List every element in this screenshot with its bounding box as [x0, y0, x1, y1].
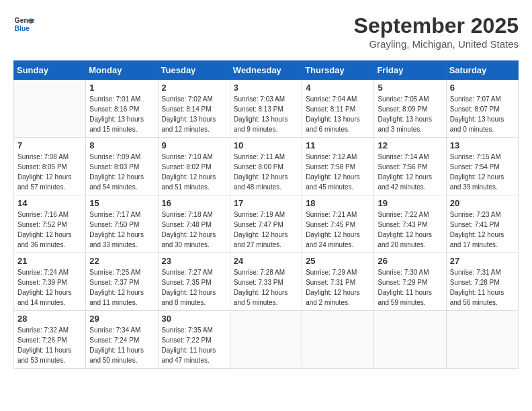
day-number: 9 — [162, 140, 226, 150]
calendar-cell — [230, 311, 302, 369]
day-info: Sunrise: 7:29 AMSunset: 7:31 PMDaylight:… — [306, 267, 370, 308]
day-info: Sunrise: 7:04 AMSunset: 8:11 PMDaylight:… — [306, 94, 370, 134]
calendar-cell: 29Sunrise: 7:34 AMSunset: 7:24 PMDayligh… — [86, 311, 158, 369]
day-number: 15 — [89, 198, 154, 208]
calendar-cell: 4Sunrise: 7:04 AMSunset: 8:11 PMDaylight… — [302, 80, 374, 138]
calendar-cell — [14, 80, 86, 138]
calendar-cell: 20Sunrise: 7:23 AMSunset: 7:41 PMDayligh… — [446, 195, 518, 253]
day-number: 7 — [17, 140, 82, 150]
day-info: Sunrise: 7:17 AMSunset: 7:50 PMDaylight:… — [89, 210, 154, 250]
calendar-cell: 10Sunrise: 7:11 AMSunset: 8:00 PMDayligh… — [230, 138, 302, 195]
calendar-week-row: 1Sunrise: 7:01 AMSunset: 8:16 PMDaylight… — [14, 80, 519, 138]
day-number: 27 — [450, 256, 515, 266]
day-number: 6 — [450, 83, 515, 93]
day-info: Sunrise: 7:30 AMSunset: 7:29 PMDaylight:… — [378, 267, 442, 308]
weekday-header: Tuesday — [158, 61, 230, 80]
day-info: Sunrise: 7:11 AMSunset: 8:00 PMDaylight:… — [234, 152, 298, 192]
calendar-cell: 21Sunrise: 7:24 AMSunset: 7:39 PMDayligh… — [14, 253, 86, 311]
calendar-cell: 14Sunrise: 7:16 AMSunset: 7:52 PMDayligh… — [14, 195, 86, 253]
page-header: General Blue September 2025 Grayling, Mi… — [13, 13, 519, 50]
day-info: Sunrise: 7:03 AMSunset: 8:13 PMDaylight:… — [234, 94, 298, 134]
day-number: 25 — [306, 256, 370, 266]
calendar-cell: 2Sunrise: 7:02 AMSunset: 8:14 PMDaylight… — [158, 80, 230, 138]
calendar-cell: 11Sunrise: 7:12 AMSunset: 7:58 PMDayligh… — [302, 138, 374, 195]
calendar-cell: 9Sunrise: 7:10 AMSunset: 8:02 PMDaylight… — [158, 138, 230, 195]
calendar-table: SundayMondayTuesdayWednesdayThursdayFrid… — [13, 60, 519, 369]
day-number: 22 — [89, 256, 154, 266]
calendar-cell: 1Sunrise: 7:01 AMSunset: 8:16 PMDaylight… — [86, 80, 158, 138]
day-number: 13 — [450, 140, 515, 150]
day-info: Sunrise: 7:32 AMSunset: 7:26 PMDaylight:… — [17, 325, 82, 365]
weekday-header: Monday — [86, 61, 158, 80]
calendar-cell: 23Sunrise: 7:27 AMSunset: 7:35 PMDayligh… — [158, 253, 230, 311]
calendar-cell — [374, 311, 446, 369]
day-info: Sunrise: 7:09 AMSunset: 8:03 PMDaylight:… — [89, 152, 154, 192]
calendar-header-row: SundayMondayTuesdayWednesdayThursdayFrid… — [14, 61, 519, 80]
day-number: 4 — [306, 83, 370, 93]
day-info: Sunrise: 7:14 AMSunset: 7:56 PMDaylight:… — [378, 152, 442, 192]
day-info: Sunrise: 7:10 AMSunset: 8:02 PMDaylight:… — [162, 152, 226, 192]
calendar-cell: 16Sunrise: 7:18 AMSunset: 7:48 PMDayligh… — [158, 195, 230, 253]
weekday-header: Sunday — [14, 61, 86, 80]
logo: General Blue — [13, 13, 35, 35]
calendar-cell: 28Sunrise: 7:32 AMSunset: 7:26 PMDayligh… — [14, 311, 86, 369]
calendar-cell — [446, 311, 518, 369]
day-number: 18 — [306, 198, 370, 208]
day-number: 30 — [162, 314, 226, 324]
day-number: 1 — [89, 83, 154, 93]
day-number: 8 — [89, 140, 154, 150]
calendar-cell: 26Sunrise: 7:30 AMSunset: 7:29 PMDayligh… — [374, 253, 446, 311]
calendar-cell: 6Sunrise: 7:07 AMSunset: 8:07 PMDaylight… — [446, 80, 518, 138]
calendar-cell: 5Sunrise: 7:05 AMSunset: 8:09 PMDaylight… — [374, 80, 446, 138]
day-number: 12 — [378, 140, 442, 150]
calendar-week-row: 21Sunrise: 7:24 AMSunset: 7:39 PMDayligh… — [14, 253, 519, 311]
day-info: Sunrise: 7:35 AMSunset: 7:22 PMDaylight:… — [162, 325, 226, 365]
title-section: September 2025 Grayling, Michigan, Unite… — [354, 13, 519, 50]
calendar-cell: 7Sunrise: 7:08 AMSunset: 8:05 PMDaylight… — [14, 138, 86, 195]
day-number: 2 — [162, 83, 226, 93]
day-info: Sunrise: 7:07 AMSunset: 8:07 PMDaylight:… — [450, 94, 515, 134]
day-info: Sunrise: 7:25 AMSunset: 7:37 PMDaylight:… — [89, 267, 154, 308]
day-info: Sunrise: 7:22 AMSunset: 7:43 PMDaylight:… — [378, 210, 442, 250]
calendar-cell: 17Sunrise: 7:19 AMSunset: 7:47 PMDayligh… — [230, 195, 302, 253]
day-info: Sunrise: 7:18 AMSunset: 7:48 PMDaylight:… — [162, 210, 226, 250]
calendar-cell: 12Sunrise: 7:14 AMSunset: 7:56 PMDayligh… — [374, 138, 446, 195]
day-number: 14 — [17, 198, 82, 208]
day-number: 19 — [378, 198, 442, 208]
day-number: 20 — [450, 198, 515, 208]
logo-icon: General Blue — [13, 13, 35, 35]
calendar-cell — [302, 311, 374, 369]
day-info: Sunrise: 7:27 AMSunset: 7:35 PMDaylight:… — [162, 267, 226, 308]
day-number: 28 — [17, 314, 82, 324]
calendar-cell: 25Sunrise: 7:29 AMSunset: 7:31 PMDayligh… — [302, 253, 374, 311]
day-number: 24 — [234, 256, 298, 266]
calendar-cell: 8Sunrise: 7:09 AMSunset: 8:03 PMDaylight… — [86, 138, 158, 195]
calendar-cell: 30Sunrise: 7:35 AMSunset: 7:22 PMDayligh… — [158, 311, 230, 369]
calendar-cell: 13Sunrise: 7:15 AMSunset: 7:54 PMDayligh… — [446, 138, 518, 195]
day-info: Sunrise: 7:21 AMSunset: 7:45 PMDaylight:… — [306, 210, 370, 250]
day-number: 10 — [234, 140, 298, 150]
calendar-cell: 24Sunrise: 7:28 AMSunset: 7:33 PMDayligh… — [230, 253, 302, 311]
weekday-header: Saturday — [446, 61, 518, 80]
calendar-week-row: 28Sunrise: 7:32 AMSunset: 7:26 PMDayligh… — [14, 311, 519, 369]
weekday-header: Wednesday — [230, 61, 302, 80]
calendar-cell: 19Sunrise: 7:22 AMSunset: 7:43 PMDayligh… — [374, 195, 446, 253]
day-info: Sunrise: 7:28 AMSunset: 7:33 PMDaylight:… — [234, 267, 298, 308]
day-info: Sunrise: 7:34 AMSunset: 7:24 PMDaylight:… — [89, 325, 154, 365]
day-number: 21 — [17, 256, 82, 266]
location: Grayling, Michigan, United States — [354, 38, 519, 50]
weekday-header: Thursday — [302, 61, 374, 80]
calendar-week-row: 7Sunrise: 7:08 AMSunset: 8:05 PMDaylight… — [14, 138, 519, 195]
day-info: Sunrise: 7:31 AMSunset: 7:28 PMDaylight:… — [450, 267, 515, 308]
day-number: 16 — [162, 198, 226, 208]
day-info: Sunrise: 7:05 AMSunset: 8:09 PMDaylight:… — [378, 94, 442, 134]
day-info: Sunrise: 7:16 AMSunset: 7:52 PMDaylight:… — [17, 210, 82, 250]
month-title: September 2025 — [354, 13, 519, 38]
day-number: 23 — [162, 256, 226, 266]
day-number: 17 — [234, 198, 298, 208]
day-number: 3 — [234, 83, 298, 93]
calendar-cell: 27Sunrise: 7:31 AMSunset: 7:28 PMDayligh… — [446, 253, 518, 311]
day-number: 29 — [89, 314, 154, 324]
calendar-cell: 3Sunrise: 7:03 AMSunset: 8:13 PMDaylight… — [230, 80, 302, 138]
day-number: 11 — [306, 140, 370, 150]
